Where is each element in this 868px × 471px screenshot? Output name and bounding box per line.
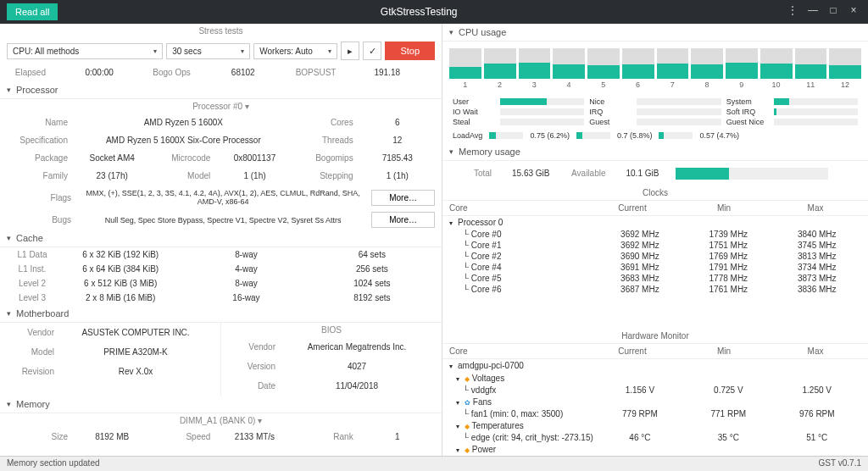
confirm-button[interactable]: ✓ bbox=[363, 42, 381, 60]
proc-bogomips: 7185.43 bbox=[360, 151, 435, 165]
bios-title: BIOS bbox=[221, 323, 442, 337]
proc-package: Socket AM4 bbox=[75, 151, 149, 165]
cpu-bar: 5 bbox=[587, 48, 620, 89]
cpu-bar: 11 bbox=[795, 48, 827, 89]
stress-workers-combo[interactable]: Workers: Auto bbox=[253, 43, 337, 59]
mem-size: 8192 MB bbox=[75, 429, 149, 444]
clock-row: └ Core #13692 MHz1751 MHz3745 MHz bbox=[442, 240, 868, 251]
proc-microcode: 0x8001137 bbox=[217, 151, 292, 165]
cache-row: L1 Data6 x 32 KiB (192 KiB)8-way64 sets bbox=[0, 247, 442, 262]
hwmon-fans[interactable]: ▾✿ Fans bbox=[442, 396, 868, 408]
cpu-usage-header[interactable]: CPU usage bbox=[442, 24, 868, 42]
stop-button[interactable]: Stop bbox=[385, 42, 435, 60]
proc-flags: MMX, (+), SSE(1, 2, 3, 3S, 4.1, 4.2, 4A)… bbox=[75, 186, 371, 208]
hwmon-fan1: └ fan1 (min: 0, max: 3500)779 RPM771 RPM… bbox=[442, 408, 868, 419]
proc-family: 23 (17h) bbox=[75, 169, 149, 183]
close-icon[interactable]: × bbox=[846, 4, 861, 19]
app-version: GST v0.7.1 bbox=[819, 458, 861, 469]
mem-rank: 1 bbox=[360, 429, 435, 444]
mem-usage-bar bbox=[676, 168, 828, 180]
fan-icon: ✿ bbox=[465, 399, 470, 407]
hwmon-vddgfx: └ vddgfx1.156 V0.725 V1.250 V bbox=[442, 385, 868, 396]
hwmon-power[interactable]: ▾◆ Power bbox=[442, 443, 868, 456]
bogo-value: 68102 bbox=[194, 65, 292, 80]
memory-header[interactable]: Memory bbox=[0, 396, 442, 413]
bios-version: 4027 bbox=[279, 359, 435, 374]
cpu-bar: 10 bbox=[760, 48, 793, 89]
stress-duration-combo[interactable]: 30 secs bbox=[166, 43, 250, 59]
stress-method-combo[interactable]: CPU: All methods bbox=[7, 43, 163, 59]
cpu-bar: 6 bbox=[622, 48, 654, 89]
cpu-bar: 3 bbox=[519, 48, 551, 89]
mem-available: 10.1 GiB bbox=[626, 169, 659, 178]
cpu-bar: 4 bbox=[553, 48, 585, 89]
motherboard-header[interactable]: Motherboard bbox=[0, 305, 442, 323]
read-all-button[interactable]: Read all bbox=[7, 3, 58, 20]
mb-model: PRIME A320M-K bbox=[58, 345, 214, 359]
cpu-bar: 1 bbox=[449, 48, 481, 89]
hwmon-temperatures[interactable]: ▾◆ Temperatures bbox=[442, 419, 868, 432]
menu-icon[interactable]: ⋮ bbox=[785, 4, 800, 19]
hwmon-voltages[interactable]: ▾◆ Voltages bbox=[442, 372, 868, 385]
clocks-processor0[interactable]: ▾Processor 0 bbox=[442, 216, 868, 229]
processor-header[interactable]: Processor bbox=[0, 81, 442, 99]
proc-name: AMD Ryzen 5 1600X bbox=[75, 115, 292, 130]
clock-row: └ Core #63687 MHz1761 MHz3836 MHz bbox=[442, 284, 868, 295]
bopsust-value: 191.18 bbox=[339, 65, 435, 80]
left-panel: Stress tests CPU: All methods 30 secs Wo… bbox=[0, 24, 442, 456]
statusbar: Memory section updated GST v0.7.1 bbox=[0, 456, 868, 471]
cpu-bar: 9 bbox=[726, 48, 758, 89]
cache-row: Level 26 x 512 KiB (3 MiB)8-way1024 sets bbox=[0, 276, 442, 291]
load1: 0.75 (6.2%) bbox=[530, 131, 570, 140]
load5: 0.7 (5.8%) bbox=[617, 131, 653, 140]
dimm-selector[interactable]: DIMM_A1 (BANK 0) ▾ bbox=[0, 413, 442, 428]
bugs-more-button[interactable]: More… bbox=[371, 212, 435, 228]
mem-speed: 2133 MT/s bbox=[217, 429, 292, 444]
processor-selector[interactable]: Processor #0 ▾ bbox=[0, 99, 442, 114]
voltage-icon: ◆ bbox=[465, 375, 470, 383]
clocks-title: Clocks bbox=[442, 186, 868, 201]
hwmon-title: Hardware Monitor bbox=[442, 329, 868, 344]
bios-date: 11/04/2018 bbox=[279, 379, 435, 393]
minimize-icon[interactable]: — bbox=[805, 4, 821, 19]
cpu-usage-bars: 123456789101112 bbox=[442, 42, 868, 96]
temp-icon: ◆ bbox=[465, 423, 470, 430]
cpu-bar: 8 bbox=[691, 48, 723, 89]
hwmon-device[interactable]: ▾amdgpu-pci-0700 bbox=[442, 359, 868, 372]
proc-bugs: Null Seg, Spec Store Bypass, Spectre V1,… bbox=[75, 213, 371, 227]
proc-spec: AMD Ryzen 5 1600X Six-Core Processor bbox=[75, 133, 292, 147]
clock-row: └ Core #43691 MHz1791 MHz3734 MHz bbox=[442, 262, 868, 273]
app-title: GtkStressTesting bbox=[58, 6, 780, 18]
hwmon-edge: └ edge (crit: 94, crit_hyst: -273.15)46 … bbox=[442, 432, 868, 443]
elapsed-value: 0:00:00 bbox=[49, 65, 149, 80]
maximize-icon[interactable]: □ bbox=[826, 4, 841, 19]
cache-row: Level 32 x 8 MiB (16 MiB)16-way8192 sets bbox=[0, 291, 442, 305]
bogo-label: Bogo Ops bbox=[149, 65, 193, 80]
proc-cores: 6 bbox=[360, 115, 435, 130]
hwmon-table-header: CoreCurrentMinMax bbox=[442, 344, 868, 359]
elapsed-label: Elapsed bbox=[7, 65, 49, 80]
right-panel: CPU usage 123456789101112 UserNiceSystem… bbox=[442, 24, 868, 456]
clock-row: └ Core #23690 MHz1769 MHz3813 MHz bbox=[442, 251, 868, 262]
memory-usage-header[interactable]: Memory usage bbox=[442, 143, 868, 161]
mb-vendor: ASUSTeK COMPUTER INC. bbox=[58, 325, 214, 340]
cpu-bar: 12 bbox=[829, 48, 861, 89]
cache-header[interactable]: Cache bbox=[0, 230, 442, 247]
cpu-bar: 2 bbox=[484, 48, 516, 89]
bopsust-label: BOPSUST bbox=[292, 65, 340, 80]
stress-tests-title: Stress tests bbox=[0, 24, 442, 38]
power-icon: ◆ bbox=[465, 446, 470, 454]
cpu-stat-grid: UserNiceSystemIO WaitIRQSoft IRQStealGue… bbox=[442, 96, 868, 128]
proc-threads: 12 bbox=[360, 133, 435, 147]
titlebar: Read all GtkStressTesting ⋮ — □ × bbox=[0, 0, 868, 24]
cpu-bar: 7 bbox=[657, 48, 689, 89]
proc-stepping: 1 (1h) bbox=[360, 169, 435, 183]
mem-total: 15.63 GiB bbox=[512, 169, 549, 178]
cache-row: L1 Inst.6 x 64 KiB (384 KiB)4-way256 set… bbox=[0, 262, 442, 276]
loadavg-label: LoadAvg bbox=[453, 131, 482, 140]
flags-more-button[interactable]: More… bbox=[371, 190, 435, 206]
start-stress-button[interactable]: ▸ bbox=[341, 42, 359, 60]
clocks-table-header: CoreCurrentMinMax bbox=[442, 201, 868, 216]
mb-revision: Rev X.0x bbox=[58, 364, 214, 379]
bios-vendor: American Megatrends Inc. bbox=[279, 340, 435, 354]
